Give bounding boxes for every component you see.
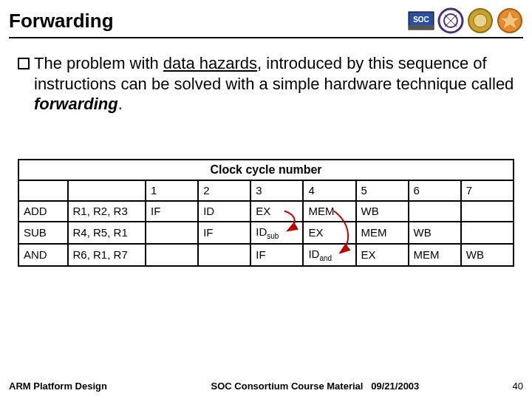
cycle-head: 1	[146, 180, 198, 201]
cycle-head: 7	[461, 180, 514, 201]
instr-cell: AND	[18, 244, 68, 266]
stage-cell	[461, 222, 514, 244]
footer-center: SOC Consortium Course Material 09/21/200…	[107, 381, 523, 392]
logo-row: SOC	[408, 7, 523, 34]
stage-cell: IF	[198, 222, 250, 244]
page-title: Forwarding	[9, 10, 408, 33]
cycle-head: 3	[250, 180, 303, 201]
footer: ARM Platform Design SOC Consortium Cours…	[9, 381, 523, 392]
stage-cell: EX	[356, 244, 409, 266]
para-bold-italic: forwarding	[34, 95, 118, 113]
stage-cell: MEM	[356, 222, 409, 244]
table-row: AND R6, R1, R7 IF IDand EX MEM WB	[18, 244, 514, 266]
para-underlined: data hazards	[163, 54, 257, 72]
stage-cell: EX	[303, 222, 355, 244]
stage-cell	[198, 244, 250, 266]
paragraph-text: The problem with data hazards, introduce…	[34, 53, 514, 115]
stage-cell: WB	[461, 244, 514, 266]
instr-cell: SUB	[18, 222, 68, 244]
pipeline-table: Clock cycle number 1 2 3 4 5 6 7 ADD R1,…	[18, 159, 514, 267]
table-row: SUB R4, R5, R1 IF IDsub EX MEM WB	[18, 222, 514, 244]
instr-cell: ADD	[18, 201, 68, 222]
svg-rect-2	[409, 25, 434, 30]
stage-cell: EX	[250, 201, 303, 222]
seal-orange-icon	[497, 7, 523, 34]
regs-cell: R1, R2, R3	[68, 201, 146, 222]
seal-purple-icon	[437, 7, 464, 34]
cycle-head: 4	[303, 180, 355, 201]
para-post: .	[118, 95, 123, 113]
square-bullet-icon	[18, 58, 30, 69]
blank-cell	[68, 180, 146, 201]
cycle-head: 5	[356, 180, 409, 201]
cycle-head: 6	[409, 180, 461, 201]
soc-logo-icon: SOC	[408, 7, 434, 34]
svg-text:SOC: SOC	[413, 16, 429, 24]
stage-cell: ID	[198, 201, 250, 222]
stage-cell: MEM	[409, 244, 461, 266]
table-row: ADD R1, R2, R3 IF ID EX MEM WB	[18, 201, 514, 222]
stage-cell	[409, 201, 461, 222]
cycle-header-row: 1 2 3 4 5 6 7	[18, 180, 514, 201]
table-header: Clock cycle number	[18, 160, 514, 180]
cycle-head: 2	[198, 180, 250, 201]
svg-point-6	[474, 14, 487, 27]
footer-date: 09/21/2003	[371, 381, 419, 392]
stage-cell	[461, 201, 514, 222]
stage-cell	[146, 244, 198, 266]
bullet-item: The problem with data hazards, introduce…	[18, 53, 514, 115]
stage-cell	[146, 222, 198, 244]
footer-left: ARM Platform Design	[9, 381, 107, 392]
footer-page-number: 40	[513, 381, 523, 392]
stage-cell: IF	[146, 201, 198, 222]
stage-cell: WB	[356, 201, 409, 222]
stage-cell: IDsub	[250, 222, 303, 244]
stage-cell: MEM	[303, 201, 355, 222]
regs-cell: R4, R5, R1	[68, 222, 146, 244]
regs-cell: R6, R1, R7	[68, 244, 146, 266]
stage-cell: IDand	[303, 244, 355, 266]
stage-cell: IF	[250, 244, 303, 266]
blank-cell	[18, 180, 68, 201]
stage-cell: WB	[409, 222, 461, 244]
para-pre: The problem with	[34, 54, 163, 72]
seal-gold-icon	[467, 7, 494, 34]
